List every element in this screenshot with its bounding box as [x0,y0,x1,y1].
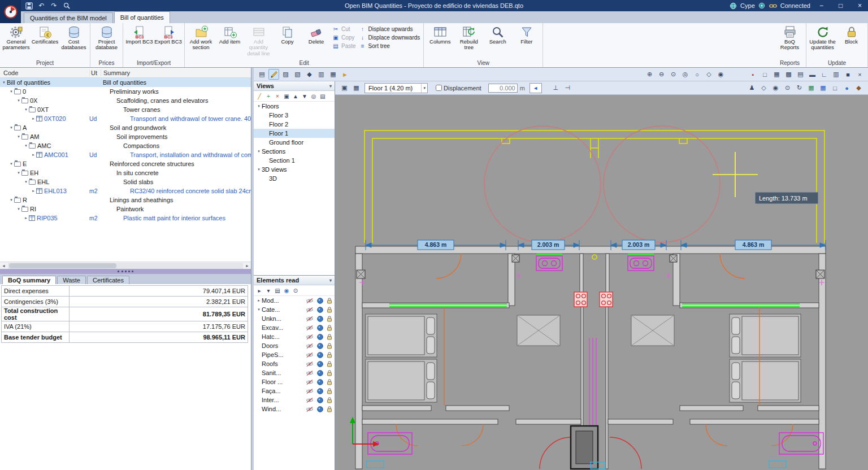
element-category-fa-a[interactable]: Faça... [254,386,335,395]
align-bottom-icon[interactable]: ⊥ [550,82,561,93]
visibility-orb-icon[interactable] [317,316,323,322]
ribbon-button-add-quantity-detail-line[interactable]: Add quantity detail line [244,24,273,58]
displacement-input[interactable] [488,84,518,93]
lock-icon[interactable] [327,406,332,412]
lock-icon[interactable] [327,342,332,349]
lock-all-icon[interactable]: ⊙ [291,286,300,295]
tab-quantities-of-bim-model[interactable]: Quantities of the BIM model [24,12,113,23]
element-category-roofs[interactable]: Roofs [254,359,335,368]
orbit-icon[interactable]: ⊙ [782,82,793,93]
tree-row-rip035[interactable]: ▸RIP035m2Plastic matt paint for interior… [0,214,251,223]
summary-tab-certificates[interactable]: Certificates [87,276,129,284]
undo-icon[interactable]: ↶ [37,2,46,10]
ribbon-button-cost-databases[interactable]: Cost databases [59,24,88,52]
tree-row-amc[interactable]: ▾AMCCompactions [0,141,251,150]
chevron-down-icon[interactable]: ▾ [16,207,21,211]
tree-row-e[interactable]: ▾EReinforced concrete structures [0,159,251,168]
column-header-code[interactable]: Code [0,69,89,76]
sphere-icon[interactable]: ● [841,82,852,93]
ribbon-button-import-bc3[interactable]: BC3 Import BC3 [125,24,154,46]
minimize-button[interactable]: − [813,0,830,11]
element-category-doors[interactable]: Doors [254,341,335,350]
bars-icon[interactable]: ▥ [831,69,841,80]
app-menu-button[interactable] [0,0,21,23]
move-up-icon[interactable]: ▲ [291,92,300,101]
hidden-eye-icon[interactable] [306,361,314,367]
ruler-icon[interactable]: ▬ [807,69,818,80]
chevron-down-icon[interactable]: ▾ [8,198,14,202]
visibility-orb-icon[interactable] [317,406,323,412]
chevron-down-icon[interactable]: ▾ [8,89,14,94]
ribbon-button-certificates[interactable]: € Certificates [31,24,59,46]
chevron-right-icon[interactable]: ▸ [256,298,262,303]
zoom-extents-icon[interactable]: ⊙ [668,69,679,80]
chevron-down-icon[interactable]: ▾ [16,134,21,139]
zoom-selected-icon[interactable]: ○ [692,69,702,80]
tree-row-0xt[interactable]: ▾0XTTower cranes [0,105,251,114]
ribbon-button-block[interactable]: Block [837,24,866,46]
redraw-icon[interactable]: ◉ [715,69,726,80]
visibility-orb-icon[interactable] [317,379,323,385]
zoom-window-icon[interactable]: ⊕ [644,69,655,80]
element-category-excav[interactable]: Excav... [254,323,335,332]
refresh-view-icon[interactable]: ↻ [794,82,805,93]
tree-row-0xt020[interactable]: ▸0XT020UdTransport and withdrawal of tow… [0,114,251,123]
visibility-orb-icon[interactable] [317,397,323,403]
element-category-hatc[interactable]: Hatc... [254,332,335,341]
tree-row-0x[interactable]: ▾0XScaffolding, cranes and elevators [0,96,251,105]
visibility-orb-icon[interactable] [317,370,323,376]
tree-row-bill-of-quantities[interactable]: ▾Bill of quantitiesBill of quantities [0,78,251,87]
hidden-eye-icon[interactable] [306,352,314,358]
hidden-eye-icon[interactable] [306,334,314,340]
hidden-eye-icon[interactable] [306,379,314,385]
column-header-summary[interactable]: Summary [101,69,251,76]
expand-all-icon[interactable]: ▾ [264,286,273,295]
chevron-down-icon[interactable]: ▾ [16,171,21,175]
hidden-eye-icon[interactable] [306,397,314,403]
pane-layout-icon[interactable]: ▤ [257,69,267,80]
chevron-down-icon[interactable]: ▾ [23,107,29,112]
ribbon-button-project-database[interactable]: Project database [92,24,121,52]
column-header-ut[interactable]: Ut [89,69,101,76]
green-table-icon[interactable]: ▦ [806,82,817,93]
red-marker-icon[interactable]: ▪ [748,69,758,80]
view-item-3d[interactable]: 3D [254,174,335,183]
tree-row-amc001[interactable]: ▸AMC001UdTransport, installation and wit… [0,150,251,159]
ribbon-button-paste[interactable]: ▤Paste [332,43,356,49]
hidden-eye-icon[interactable] [306,406,314,412]
chevron-right-icon[interactable]: ▸ [31,189,36,193]
grid-view-icon[interactable]: ▦ [328,69,338,80]
sheet-icon[interactable]: ▤ [795,69,806,80]
view-item-floor-1[interactable]: Floor 1 [254,129,335,138]
views-group-3d-views[interactable]: ▾3D views [254,165,335,174]
tab-bill-of-quantities[interactable]: Bill of quantities [114,11,170,23]
chevron-right-icon[interactable]: ▸ [23,216,29,220]
element-category-mod[interactable]: ▸Mod... [254,296,335,305]
lock-icon[interactable] [327,324,332,331]
chevron-right-icon[interactable]: ▸ [31,153,36,157]
ribbon-button-displace-upwards[interactable]: ↑Displace upwards [359,26,420,32]
chevron-down-icon[interactable]: ▾ [23,143,29,148]
chevron-down-icon[interactable]: ▾ [23,180,29,184]
visibility-orb-icon[interactable] [317,361,323,367]
element-category-pipes[interactable]: PipeS... [254,350,335,359]
previous-view-button[interactable]: ◄ [530,83,542,93]
hidden-eye-icon[interactable] [306,316,314,322]
hidden-eye-icon[interactable] [306,325,314,331]
lock-icon[interactable] [327,333,332,340]
chevron-down-icon[interactable]: ▾ [16,98,21,103]
ribbon-button-copy[interactable]: ▣Copy [332,34,356,41]
iso-cube-icon[interactable]: ◇ [758,82,769,93]
visibility-orb-icon[interactable] [317,352,323,358]
hidden-eye-icon[interactable] [306,343,314,349]
elements-panel-header[interactable]: Elements read ▾ [254,276,335,285]
ribbon-button-add-work-section[interactable]: Add work section [186,24,215,52]
tree-row-ri[interactable]: ▾RIPaintwork [0,204,251,214]
tree-row-0[interactable]: ▾0Preliminary works [0,87,251,96]
views-group-sections[interactable]: ▾Sections [254,147,335,156]
ribbon-button-filter[interactable]: Filter [512,24,541,46]
lock-icon[interactable] [327,360,332,367]
frame-select-icon[interactable]: □ [830,82,840,93]
fit-width-icon[interactable]: ⊣ [562,82,573,93]
hidden-eye-icon[interactable] [306,298,314,304]
